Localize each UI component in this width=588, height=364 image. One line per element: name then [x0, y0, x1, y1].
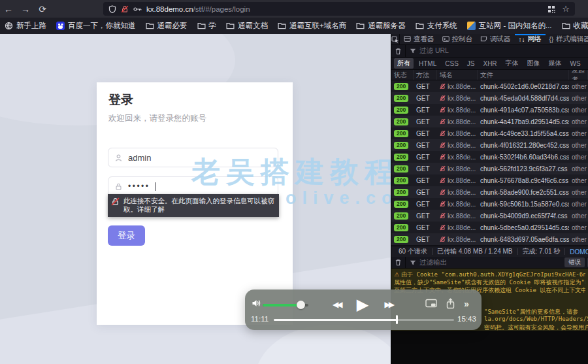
insecure-lock-icon	[440, 212, 446, 219]
request-type-tab[interactable]: JS	[464, 59, 478, 68]
bookmark-item[interactable]: 支付系统	[416, 21, 457, 31]
column-status[interactable]: 状态	[391, 70, 414, 80]
network-request-row[interactable]: 200 GET kx.88de... chunk-5b4009d9.ec65f7…	[391, 210, 588, 222]
insecure-lock-icon	[440, 95, 446, 101]
insecure-warning-text[interactable]: 此连接不安全。在此页面输入的登录信息可以被窃取。详细了解	[123, 197, 274, 213]
folder-icon	[146, 22, 154, 30]
request-initiator: other	[569, 83, 588, 90]
video-player-controls[interactable]: ◀◀ ▶ ▶▶ ›› 11:11 15:43	[245, 290, 482, 330]
network-request-row[interactable]: 200 GET kx.88de... chunk-5dbec5a0.d29514…	[391, 222, 588, 233]
column-domain[interactable]: 域名	[437, 70, 478, 80]
request-domain: kx.88de...	[448, 95, 476, 102]
bookmark-item[interactable]: 互站网 - 国内知名的...	[467, 21, 552, 31]
insecure-lock-icon[interactable]	[121, 5, 129, 13]
bookmark-item[interactable]: 通霸互联+域名商	[278, 21, 346, 31]
request-domain: kx.88de...	[448, 83, 476, 90]
url-bar[interactable]: kx.88demo.cn/stf/#/pages/login ☆	[103, 2, 575, 16]
more-controls-icon[interactable]: ››	[464, 298, 468, 309]
status-badge: 200	[394, 154, 408, 161]
login-button[interactable]: 登录	[108, 225, 145, 246]
status-badge: 200	[394, 83, 408, 90]
errors-filter-button[interactable]: 错误	[564, 257, 585, 267]
request-method: GET	[414, 236, 437, 243]
network-request-row[interactable]: 200 GET kx.88de... chunk-562fd123.9c6f3a…	[391, 163, 588, 174]
play-button[interactable]: ▶	[357, 295, 368, 314]
column-file[interactable]: 文件	[478, 70, 569, 80]
fast-forward-button[interactable]: ▶▶	[385, 300, 393, 309]
bookmark-label: 学	[209, 21, 217, 31]
request-type-tab[interactable]: WS	[567, 59, 584, 68]
request-type-tab[interactable]: HTML	[416, 59, 440, 68]
forward-icon[interactable]: →	[17, 4, 34, 14]
network-request-row[interactable]: 200 GET kx.88de... chunk-4c49ce33.1d5f55…	[391, 127, 588, 139]
network-request-row[interactable]: 200 GET kx.88de... chunk-4f016321.280ec4…	[391, 139, 588, 151]
clear-console-icon[interactable]	[391, 257, 406, 268]
network-request-row[interactable]: 200 GET kx.88de... chunk-6483d697.05ae6d…	[391, 233, 588, 245]
qr-code-icon[interactable]	[547, 5, 555, 13]
bookmark-label: 收藏夹栏	[574, 21, 588, 31]
bookmark-item[interactable]: 通霸文档	[226, 21, 268, 31]
network-request-row[interactable]: 200 GET kx.88de... chunk-5302f4b6.60ad34…	[391, 151, 588, 163]
bookmark-star-icon[interactable]: ☆	[562, 4, 570, 14]
back-icon[interactable]: ←	[0, 4, 17, 14]
request-initiator: other	[569, 201, 588, 208]
reload-icon[interactable]: ⟳	[34, 4, 51, 14]
request-method: GET	[414, 224, 437, 231]
column-method[interactable]: 方法	[414, 70, 437, 80]
network-request-row[interactable]: 200 GET kx.88de... chunk-59c5061b.15a587…	[391, 198, 588, 210]
network-request-row[interactable]: 200 GET kx.88de... chunk-45eda0d4.588df7…	[391, 92, 588, 104]
bookmark-item[interactable]: 通霸服务器	[356, 21, 406, 31]
site-icon	[467, 22, 476, 30]
request-initiator: other	[569, 224, 588, 231]
request-file: chunk-4a417ba9.d29514d5.css	[478, 118, 569, 125]
request-type-tab[interactable]: CSS	[442, 59, 462, 68]
request-domain: kx.88de...	[448, 224, 476, 231]
request-domain: kx.88de...	[448, 118, 476, 125]
share-icon[interactable]	[446, 298, 455, 309]
devtools-tab-debugger[interactable]: 调试器	[476, 34, 515, 44]
url-filter-input[interactable]: 过滤 URL	[406, 45, 588, 57]
username-value: admin	[128, 153, 151, 163]
request-type-tab[interactable]: 所有	[394, 58, 414, 69]
transferred-size: 已传输 4.08 MB / 1.24 MB	[437, 247, 513, 256]
network-request-row[interactable]: 200 GET kx.88de... chunk-576678a8.c9c4f6…	[391, 174, 588, 186]
globe-icon	[5, 22, 13, 30]
folder-icon	[416, 22, 424, 30]
request-file: chunk-562fd123.9c6f3a27.css	[478, 165, 569, 173]
key-icon[interactable]	[133, 5, 142, 13]
bookmark-item[interactable]: 新手上路	[5, 21, 46, 31]
network-request-row[interactable]: 200 GET kx.88de... chunk-58ade900.fce2c5…	[391, 186, 588, 198]
request-type-tab[interactable]: 媒体	[546, 58, 565, 69]
network-request-row[interactable]: 200 GET kx.88de... chunk-4a417ba9.d29514…	[391, 116, 588, 127]
bookmark-item[interactable]: 收藏夹栏	[562, 21, 588, 31]
devtools-tab-style[interactable]: {} 样式编辑器	[546, 34, 588, 44]
speaker-icon[interactable]	[252, 298, 262, 308]
rewind-button[interactable]: ◀◀	[333, 300, 340, 309]
column-initiator[interactable]: 发起者	[569, 70, 588, 80]
insecure-lock-icon	[440, 224, 446, 231]
devtools-tab-console[interactable]: 控制台	[438, 34, 477, 44]
console-filter-input[interactable]: 过滤输出	[406, 257, 564, 268]
bookmark-item[interactable]: 学	[197, 21, 217, 31]
bookmark-item[interactable]: 通霸必要	[146, 21, 188, 31]
progress-bar[interactable]	[274, 319, 454, 321]
request-method: GET	[414, 154, 437, 161]
request-initiator: other	[569, 236, 588, 243]
request-type-tab[interactable]: 图像	[524, 58, 544, 69]
request-method: GET	[414, 118, 437, 125]
picture-in-picture-icon[interactable]	[425, 299, 437, 308]
devtools-tab-inspector[interactable]: 查看器	[400, 34, 438, 44]
console-warning-line: 属性值，缺少"SameSite"或含有无效值的 Cookie 即将被视作指定为"…	[394, 278, 585, 286]
network-request-row[interactable]: 200 GET kx.88de... chunk-491a4c07.a75058…	[391, 104, 588, 116]
text-caret	[155, 182, 156, 191]
request-type-tab[interactable]: 字体	[502, 58, 522, 69]
clear-requests-icon[interactable]	[391, 45, 406, 57]
devtools-tab-network[interactable]: ↑↓ 网络	[515, 34, 546, 44]
volume-knob[interactable]	[297, 301, 305, 309]
request-type-tab[interactable]: XHR	[480, 59, 500, 68]
progress-marker[interactable]	[396, 315, 398, 324]
network-request-row[interactable]: 200 GET kx.88de... chunk-4502c1d6.0e0218…	[391, 80, 588, 92]
bookmark-item[interactable]: 百度一下，你就知道	[56, 21, 136, 31]
element-picker-icon[interactable]	[391, 34, 400, 44]
shield-icon[interactable]	[108, 5, 116, 13]
